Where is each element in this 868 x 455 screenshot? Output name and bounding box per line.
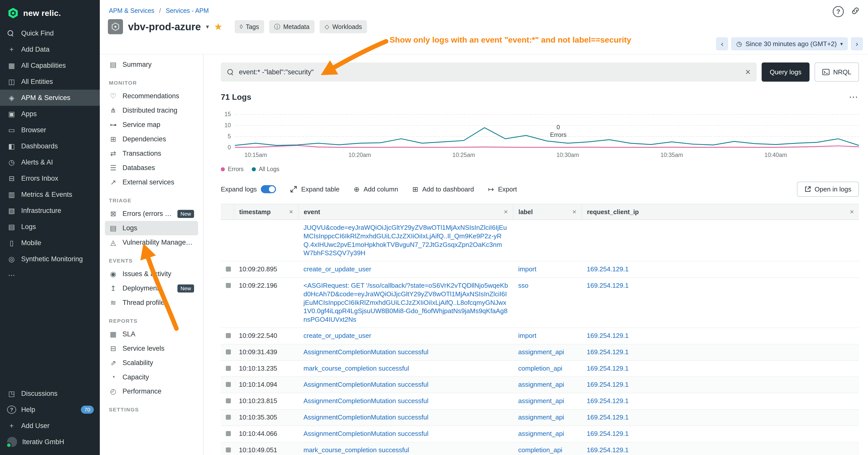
sidebar-item-iterativ-gmbh[interactable]: Iterativ GmbH	[0, 434, 100, 450]
pill-metadata[interactable]: ⓘ Metadata	[269, 20, 314, 33]
log-label-link[interactable]: completion_api	[518, 364, 562, 372]
nav-item-deployments[interactable]: ↥ Deployments New	[105, 281, 198, 295]
log-row[interactable]: 10:09:22.196 <ASGIRequest: GET '/sso/cal…	[221, 278, 859, 328]
nav-item-recommendations[interactable]: ♡ Recommendations	[105, 89, 198, 103]
query-logs-button[interactable]: Query logs	[762, 63, 809, 82]
log-label-link[interactable]: import	[518, 332, 536, 339]
sidebar-item-help[interactable]: ? Help 70	[0, 401, 100, 418]
help-icon[interactable]: ?	[833, 6, 844, 17]
log-event-link[interactable]: JUQVU&code=eyJraWQiOiJjcGltY29yZV8wOTl1M…	[304, 224, 507, 257]
sidebar-item-dashboards[interactable]: ◧ Dashboards	[0, 138, 100, 154]
log-event-link[interactable]: AssignmentCompletionMutation successful	[304, 430, 429, 437]
log-row[interactable]: 10:09:20.895 create_or_update_user impor…	[221, 261, 859, 278]
time-back-button[interactable]: ‹	[716, 37, 728, 51]
permalink-icon[interactable]	[851, 6, 860, 17]
more-options-icon[interactable]: ⋯	[849, 92, 859, 102]
log-row[interactable]: 10:10:35.305 AssignmentCompletionMutatio…	[221, 410, 859, 426]
add-column-button[interactable]: ⊕ Add column	[353, 185, 398, 194]
expand-table-button[interactable]: Expand table	[290, 186, 340, 193]
sidebar-item-metrics-events[interactable]: ▥ Metrics & Events	[0, 187, 100, 202]
entity-switcher-chevron-icon[interactable]: ▾	[206, 23, 209, 30]
log-label-link[interactable]: import	[518, 265, 536, 273]
sidebar-item-quick-find[interactable]: Quick Find	[0, 25, 100, 41]
pill-tags[interactable]: ◊ Tags	[235, 20, 264, 33]
logs-query-input[interactable]	[239, 68, 740, 76]
log-row-icon[interactable]	[226, 366, 231, 371]
log-row-icon[interactable]	[226, 350, 231, 355]
log-event-link[interactable]: mark_course_completion successful	[304, 364, 409, 372]
log-ip-link[interactable]: 169.254.129.1	[587, 397, 628, 404]
sidebar-item-synthetic-monitoring[interactable]: ◎ Synthetic Monitoring	[0, 251, 100, 267]
log-ip-link[interactable]: 169.254.129.1	[587, 381, 628, 388]
remove-column-icon[interactable]: ×	[286, 208, 293, 216]
log-label-link[interactable]: assignment_api	[518, 348, 564, 356]
remove-column-icon[interactable]: ×	[569, 208, 577, 216]
legend-all-logs[interactable]: All Logs	[252, 166, 279, 172]
log-row[interactable]: 10:09:22.540 create_or_update_user impor…	[221, 328, 859, 344]
log-row[interactable]: 10:09:31.439 AssignmentCompletionMutatio…	[221, 344, 859, 360]
new-relic-logo[interactable]: new relic.	[0, 0, 100, 25]
sidebar-item-add-user[interactable]: + Add User	[0, 418, 100, 434]
log-ip-link[interactable]: 169.254.129.1	[587, 364, 628, 372]
sidebar-item-all-entities[interactable]: ◫ All Entities	[0, 73, 100, 90]
log-row-icon[interactable]	[226, 283, 231, 288]
sidebar-item-alerts-ai[interactable]: ◷ Alerts & AI	[0, 154, 100, 170]
add-to-dashboard-button[interactable]: ⊞ Add to dashboard	[412, 185, 474, 194]
sidebar-item-logs[interactable]: ▤ Logs	[0, 219, 100, 235]
export-button[interactable]: ↦ Export	[488, 185, 517, 194]
log-ip-link[interactable]: 169.254.129.1	[587, 446, 628, 454]
log-label-link[interactable]: assignment_api	[518, 430, 564, 437]
sidebar-item-infrastructure[interactable]: ▧ Infrastructure	[0, 202, 100, 219]
nav-item-vulnerability-management[interactable]: ◬ Vulnerability Management	[105, 235, 198, 250]
pill-workloads[interactable]: ◇ Workloads	[319, 20, 367, 33]
favorite-star-icon[interactable]: ★	[214, 21, 222, 32]
log-ip-link[interactable]: 169.254.129.1	[587, 414, 628, 421]
nav-item-performance[interactable]: ◴ Performance	[105, 384, 198, 398]
log-row[interactable]: 10:10:23.815 AssignmentCompletionMutatio…	[221, 393, 859, 410]
sidebar-item-all-capabilities[interactable]: ▦ All Capabilities	[0, 58, 100, 73]
remove-column-icon[interactable]: ×	[847, 208, 854, 216]
log-row[interactable]: 10:10:14.094 AssignmentCompletionMutatio…	[221, 377, 859, 393]
log-label-link[interactable]: assignment_api	[518, 381, 564, 388]
nav-item-summary[interactable]: ▤ Summary	[105, 58, 198, 72]
sidebar-item-add-data[interactable]: + Add Data	[0, 41, 100, 58]
log-label-link[interactable]: completion_api	[518, 446, 562, 454]
remove-column-icon[interactable]: ×	[501, 208, 508, 216]
nav-item-sla[interactable]: ▦ SLA	[105, 327, 198, 342]
nav-item-databases[interactable]: ☰ Databases	[105, 161, 198, 175]
log-event-link[interactable]: AssignmentCompletionMutation successful	[304, 414, 429, 421]
log-ip-link[interactable]: 169.254.129.1	[587, 348, 628, 356]
log-row-icon[interactable]	[226, 415, 231, 420]
nav-item-external-services[interactable]: ↗ External services	[105, 175, 198, 190]
time-forward-button[interactable]: ›	[851, 37, 863, 51]
log-row[interactable]: 10:10:49.051 mark_course_completion succ…	[221, 442, 859, 455]
clear-search-icon[interactable]: ×	[745, 67, 750, 77]
log-row-icon[interactable]	[226, 266, 231, 271]
breadcrumb-apm-services[interactable]: APM & Services	[109, 7, 155, 14]
legend-errors[interactable]: Errors	[221, 166, 244, 172]
nav-item-errors-errors-inb[interactable]: ⊠ Errors (errors inb... New	[105, 206, 198, 221]
log-ip-link[interactable]: 169.254.129.1	[587, 430, 628, 437]
nav-item-issues-activity[interactable]: ◉ Issues & activity	[105, 267, 198, 281]
log-row-icon[interactable]	[226, 431, 231, 436]
log-event-link[interactable]: mark_course_completion successful	[304, 446, 409, 454]
log-label-link[interactable]: assignment_api	[518, 397, 564, 404]
log-event-link[interactable]: create_or_update_user	[304, 332, 371, 339]
sidebar-item-errors-inbox[interactable]: ⊟ Errors Inbox	[0, 170, 100, 187]
open-in-logs-button[interactable]: Open in logs	[797, 182, 859, 197]
sidebar-item-browser[interactable]: ▭ Browser	[0, 122, 100, 138]
log-event-link[interactable]: <ASGIRequest: GET '/sso/callback/?state=…	[304, 282, 508, 323]
log-row[interactable]: 10:10:44.066 AssignmentCompletionMutatio…	[221, 426, 859, 442]
nav-item-capacity[interactable]: ◔ Capacity	[105, 370, 198, 384]
log-event-link[interactable]: AssignmentCompletionMutation successful	[304, 397, 429, 404]
sidebar-item-more-icon[interactable]: ⋯	[0, 267, 100, 283]
sidebar-item-mobile[interactable]: ▯ Mobile	[0, 235, 100, 251]
sidebar-item-discussions[interactable]: ◳ Discussions	[0, 386, 100, 401]
log-event-link[interactable]: AssignmentCompletionMutation successful	[304, 381, 429, 388]
nav-item-transactions[interactable]: ⇄ Transactions	[105, 147, 198, 161]
log-row[interactable]: JUQVU&code=eyJraWQiOiJjcGltY29yZV8wOTl1M…	[221, 220, 859, 261]
log-row-icon[interactable]	[226, 398, 231, 403]
log-ip-link[interactable]: 169.254.129.1	[587, 332, 628, 339]
log-ip-link[interactable]: 169.254.129.1	[587, 282, 628, 289]
log-row-icon[interactable]	[226, 333, 231, 338]
